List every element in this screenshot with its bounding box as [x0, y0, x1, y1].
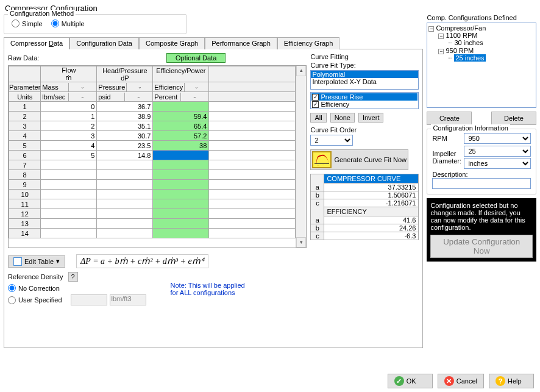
curve-chart-icon [312, 151, 332, 168]
chevron-down-icon: ▾ [56, 257, 60, 265]
x-icon: ✕ [444, 376, 454, 386]
density-unit-select: lbm/ft3 [110, 294, 146, 305]
edit-table-button[interactable]: Edit Table ▾ [8, 255, 65, 268]
scroll-down-icon[interactable]: ▾ [296, 237, 306, 248]
description-input[interactable] [432, 178, 531, 189]
config-info-group: Configuration Information RPM 950 Impell… [427, 129, 536, 194]
dd-eff-param[interactable]: ⌄ [184, 83, 208, 91]
curve-fit-type-list[interactable]: Polynomial Interpolated X-Y Data [310, 70, 419, 90]
dialog-title: Compressor Configuration [0, 0, 540, 14]
check-icon: ✓ [394, 376, 404, 386]
dd-flow-param[interactable]: ⌄ [68, 83, 96, 91]
dd-flow-unit[interactable]: ⌄ [68, 93, 96, 101]
ok-button[interactable]: ✓OK [388, 374, 433, 388]
radio-user-specified[interactable] [8, 296, 16, 304]
scroll-up-icon[interactable]: ▴ [296, 66, 306, 76]
data-grid[interactable]: Flowṁ Head/PressuredP Efficiency/Power P… [8, 65, 307, 248]
reference-density-label: Reference Density [8, 273, 63, 280]
checkbox-icon[interactable]: ✓ [312, 101, 319, 108]
checkbox-icon[interactable]: ✓ [312, 94, 319, 101]
help-button[interactable]: ?Help [489, 374, 534, 388]
optional-data-button[interactable]: Optional Data [166, 53, 226, 63]
dd-head-param[interactable]: ⌄ [126, 83, 152, 91]
impeller-value-select[interactable]: 25 [464, 146, 531, 157]
status-message: Configuration selected but no changes ma… [427, 198, 536, 262]
tab-composite-graph[interactable]: Composite Graph [139, 37, 205, 49]
radio-no-correction[interactable]: No Correction [8, 284, 146, 292]
config-tree[interactable]: −Compressor/Fan −1100 RPM ┈ 30 inches −9… [427, 23, 536, 108]
tab-bar: Compressor Data Configuration Data Compo… [4, 37, 423, 49]
tree-selected-item: 25 inches [454, 54, 485, 62]
cancel-button[interactable]: ✕Cancel [438, 374, 484, 388]
generate-curve-fit-button[interactable]: Generate Curve Fit Now [310, 149, 408, 170]
tab-configuration-data[interactable]: Configuration Data [69, 37, 139, 49]
dd-eff-unit[interactable]: ⌄ [180, 93, 208, 101]
update-config-button[interactable]: Update Configuration Now [430, 235, 533, 258]
curve-fit-order-select[interactable]: 2 [310, 135, 353, 146]
formula-display: ΔP = a + bṁ + cṁ² + dṁ³ + eṁ⁴ [76, 254, 208, 268]
none-button[interactable]: None [330, 113, 355, 123]
curve-fitting-title: Curve Fitting [310, 53, 419, 60]
density-value-input [71, 294, 107, 305]
question-icon: ? [496, 376, 505, 386]
create-button[interactable]: Create [427, 112, 472, 125]
raw-data-label: Raw Data: [8, 54, 166, 62]
tab-compressor-data[interactable]: Compressor Data [4, 37, 69, 49]
dd-head-unit[interactable]: ⌄ [124, 93, 152, 101]
tab-efficiency-graph[interactable]: Efficiency Graph [277, 37, 340, 49]
impeller-unit-select[interactable]: inches [464, 158, 531, 169]
grid-scrollbar[interactable]: ▴ ▾ [296, 66, 306, 248]
help-ref-density-button[interactable]: ? [68, 272, 78, 282]
rpm-select[interactable]: 950 [464, 133, 531, 144]
tab-performance-graph[interactable]: Performance Graph [205, 37, 277, 49]
curve-series-list[interactable]: ✓Pressure Rise ✓Efficiency [310, 92, 419, 109]
table-icon [13, 257, 22, 266]
delete-button[interactable]: Delete [491, 112, 536, 125]
radio-multiple[interactable]: Multiple [51, 20, 85, 27]
config-method-group: Configuration Method Simple Multiple [4, 14, 187, 34]
configs-defined-title: Comp. Configurations Defined [427, 14, 536, 21]
invert-button[interactable]: Invert [358, 113, 384, 123]
radio-simple[interactable]: Simple [12, 20, 43, 27]
note-text: Note: This will be appliedfor ALL config… [171, 282, 245, 296]
all-button[interactable]: All [310, 113, 326, 123]
coefficients-table: COMPRESSOR CURVE a37.33215b1.506071c-1.2… [310, 174, 419, 240]
